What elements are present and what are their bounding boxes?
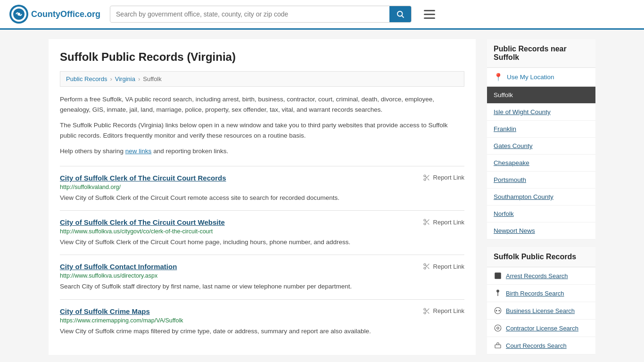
breadcrumb-suffolk: Suffolk — [143, 75, 162, 82]
record-title[interactable]: City of Suffolk Contact Information — [60, 263, 177, 271]
svg-point-21 — [424, 308, 426, 310]
sidebar-nearby-item-suffolk[interactable]: Suffolk — [487, 87, 595, 104]
svg-line-20 — [425, 265, 427, 267]
arrest-icon — [494, 272, 502, 280]
help-text: Help others by sharing new links and rep… — [60, 146, 464, 156]
svg-line-19 — [427, 267, 429, 269]
breadcrumb: Public Records › Virginia › Suffolk — [60, 71, 464, 87]
breadcrumb-public-records[interactable]: Public Records — [66, 75, 107, 82]
record-links-list: Arrest Records Search Birth Records Sear… — [487, 267, 595, 354]
svg-point-22 — [424, 312, 426, 314]
svg-line-24 — [427, 312, 429, 313]
sidebar-nearby-item-gates-county[interactable]: Gates County — [487, 138, 595, 155]
content-area: Suffolk Public Records (Virginia) Public… — [49, 39, 476, 355]
svg-point-17 — [424, 267, 426, 269]
report-link-button[interactable]: Report Link — [423, 218, 464, 226]
sidebar-nearby-item-franklin[interactable]: Franklin — [487, 121, 595, 138]
svg-point-30 — [499, 310, 500, 312]
sidebar-nearby-item-portsmouth[interactable]: Portsmouth — [487, 172, 595, 189]
main-container: Suffolk Public Records (Virginia) Public… — [39, 30, 605, 362]
report-link-button[interactable]: Report Link — [423, 263, 464, 270]
search-input[interactable] — [110, 7, 389, 22]
contractor-icon — [494, 324, 502, 332]
breadcrumb-sep: › — [138, 75, 140, 82]
logo[interactable]: CountyOffice.org — [9, 5, 100, 24]
record-description: View City of Suffolk Clerk of the Circui… — [60, 238, 464, 247]
svg-point-4 — [397, 11, 403, 16]
hamburger-icon — [424, 17, 435, 19]
header: CountyOffice.org — [0, 0, 644, 30]
sidebar-nearby-item-chesapeake[interactable]: Chesapeake — [487, 155, 595, 172]
logo-text: CountyOffice.org — [31, 9, 100, 19]
pin-icon: 📍 — [494, 73, 503, 82]
record-header: City of Suffolk Clerk of The Circuit Cou… — [60, 174, 464, 182]
scissors-icon — [423, 218, 430, 226]
svg-line-9 — [427, 179, 429, 181]
svg-point-28 — [495, 307, 501, 314]
svg-point-6 — [424, 175, 426, 177]
scissors-icon — [423, 307, 430, 315]
sidebar-record-contractor[interactable]: Contractor License Search — [487, 320, 595, 337]
sidebar-nearby-item-isle-of-wight[interactable]: Isle of Wight County — [487, 104, 595, 121]
record-url[interactable]: http://www.suffolkva.us/directory.aspx — [60, 272, 464, 279]
record-description: View City of Suffolk Clerk of the Circui… — [60, 193, 464, 203]
record-url[interactable]: http://suffolkvaland.org/ — [60, 184, 464, 190]
sidebar-nearby-item-norfolk[interactable]: Norfolk — [487, 206, 595, 222]
svg-line-14 — [427, 223, 429, 225]
sidebar-record-arrest[interactable]: Arrest Records Search — [487, 267, 595, 285]
record-entry: City of Suffolk Crime Maps Report Link h… — [60, 299, 464, 344]
hamburger-button[interactable] — [421, 7, 438, 22]
birth-icon — [494, 289, 502, 297]
svg-rect-33 — [495, 345, 501, 348]
suffolk-records-section: Suffolk Public Records Arrest Records Se… — [487, 247, 595, 354]
svg-line-25 — [425, 310, 427, 311]
hamburger-icon — [424, 14, 435, 15]
record-header: City of Suffolk Contact Information Repo… — [60, 263, 464, 271]
nearby-items-list: SuffolkIsle of Wight CountyFranklinGates… — [487, 87, 595, 239]
search-container — [110, 6, 412, 23]
sidebar-nearby-item-southampton-county[interactable]: Southampton County — [487, 189, 595, 206]
record-title[interactable]: City of Suffolk Clerk of The Circuit Cou… — [60, 218, 225, 226]
record-url[interactable]: http://www.suffolkva.us/citygovt/co/cler… — [60, 228, 464, 235]
svg-rect-26 — [495, 272, 501, 279]
suffolk-records-title: Suffolk Public Records — [487, 247, 595, 267]
use-location-button[interactable]: 📍 Use My Location — [487, 68, 595, 87]
logo-icon — [9, 5, 28, 24]
record-description: View City of Suffolk crime maps filtered… — [60, 327, 464, 336]
scissors-icon — [423, 174, 430, 181]
hamburger-icon — [424, 10, 435, 11]
record-description: Search City of Suffolk staff directory b… — [60, 282, 464, 291]
report-link-button[interactable]: Report Link — [423, 307, 464, 315]
records-list: City of Suffolk Clerk of The Circuit Cou… — [60, 166, 464, 344]
svg-line-10 — [425, 176, 427, 178]
court-icon — [494, 341, 502, 350]
record-title[interactable]: City of Suffolk Clerk of The Circuit Cou… — [60, 174, 226, 182]
record-title[interactable]: City of Suffolk Crime Maps — [60, 307, 150, 315]
intro-text: Perform a free Suffolk, VA public record… — [60, 94, 464, 115]
svg-point-3 — [17, 13, 20, 16]
breadcrumb-sep: › — [110, 75, 112, 82]
breadcrumb-virginia[interactable]: Virginia — [115, 75, 135, 82]
record-header: City of Suffolk Clerk of The Circuit Cou… — [60, 218, 464, 226]
nearby-title: Public Records near Suffolk — [487, 39, 595, 68]
record-header: City of Suffolk Crime Maps Report Link — [60, 307, 464, 315]
new-links-link[interactable]: new links — [125, 148, 152, 155]
sidebar-record-birth[interactable]: Birth Records Search — [487, 285, 595, 302]
svg-line-5 — [402, 16, 404, 17]
sidebar: Public Records near Suffolk 📍 Use My Loc… — [487, 39, 595, 355]
svg-point-11 — [424, 219, 426, 221]
sidebar-nearby-item-newport-news[interactable]: Newport News — [487, 222, 595, 239]
sidebar-record-business[interactable]: Business License Search — [487, 302, 595, 320]
search-icon — [396, 10, 405, 18]
record-entry: City of Suffolk Clerk of The Circuit Cou… — [60, 166, 464, 210]
scissors-icon — [423, 263, 430, 270]
svg-point-32 — [497, 327, 499, 329]
svg-point-29 — [496, 310, 497, 312]
report-link-button[interactable]: Report Link — [423, 174, 464, 181]
record-entry: City of Suffolk Clerk of The Circuit Cou… — [60, 210, 464, 255]
sidebar-record-court[interactable]: Court Records Search — [487, 337, 595, 354]
search-button[interactable] — [389, 6, 411, 22]
record-url[interactable]: https://www.crimemapping.com/map/VA/Suff… — [60, 317, 464, 324]
page-title: Suffolk Public Records (Virginia) — [60, 50, 464, 64]
record-entry: City of Suffolk Contact Information Repo… — [60, 255, 464, 299]
